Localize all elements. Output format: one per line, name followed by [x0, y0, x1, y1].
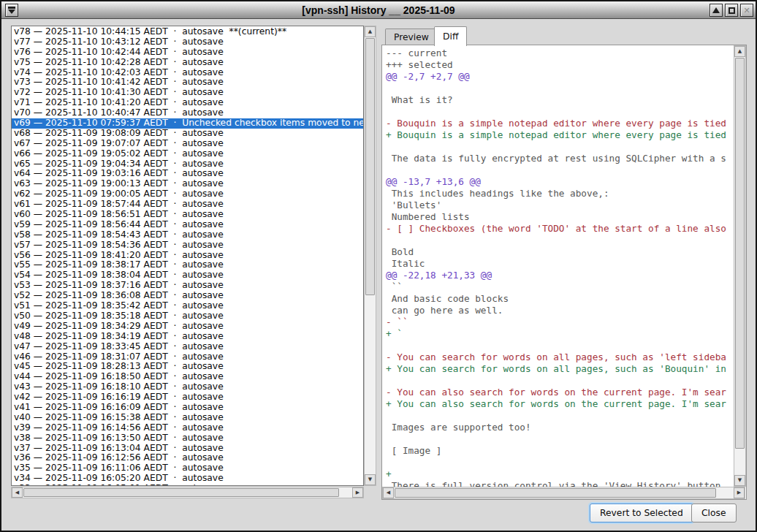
close-window-button[interactable]: ✕ — [740, 4, 753, 17]
version-row[interactable]: v49 — 2025-11-09 18:34:29 AEDT · autosav… — [12, 322, 363, 332]
diff-line: Numbered lists — [386, 211, 733, 223]
diff-line: +++ selected — [386, 59, 733, 71]
version-row[interactable]: v63 — 2025-11-09 19:00:13 AEDT · autosav… — [12, 179, 363, 189]
version-row[interactable]: v44 — 2025-11-09 16:18:50 AEDT · autosav… — [12, 372, 363, 382]
diff-line — [386, 457, 733, 468]
revert-to-selected-button[interactable]: Revert to Selected — [590, 503, 693, 522]
version-row[interactable]: v45 — 2025-11-09 18:28:13 AEDT · autosav… — [12, 362, 363, 372]
window-menu-button[interactable] — [5, 4, 18, 17]
history-list-hscrollbar[interactable]: ◀ ▶ — [11, 487, 364, 498]
version-row[interactable]: v35 — 2025-11-09 16:11:06 AEDT · autosav… — [12, 463, 363, 474]
scroll-up-icon[interactable]: ▲ — [734, 46, 745, 57]
version-row[interactable]: v73 — 2025-11-10 10:41:42 AEDT · autosav… — [12, 77, 363, 88]
diff-line: --- current — [386, 48, 733, 59]
diff-line: can go here as well. — [386, 305, 733, 316]
version-row[interactable]: v71 — 2025-11-10 10:41:20 AEDT · autosav… — [12, 98, 363, 108]
diff-line: + You can search for words on all pages,… — [386, 363, 733, 375]
maximize-icon — [729, 7, 735, 14]
tab-diff[interactable]: Diff — [434, 26, 467, 46]
maximize-window-button[interactable] — [725, 4, 738, 17]
chevron-down-icon — [8, 10, 15, 14]
version-row[interactable]: v70 — 2025-11-10 10:40:47 AEDT · autosav… — [12, 108, 363, 118]
version-row[interactable]: v60 — 2025-11-09 18:56:51 AEDT · autosav… — [12, 210, 363, 220]
version-row[interactable]: v72 — 2025-11-10 10:41:30 AEDT · autosav… — [12, 88, 363, 98]
version-row[interactable]: v57 — 2025-11-09 18:54:36 AEDT · autosav… — [12, 240, 363, 251]
scroll-left-icon[interactable]: ◀ — [383, 487, 394, 498]
version-row[interactable]: v36 — 2025-11-09 16:12:56 AEDT · autosav… — [12, 453, 363, 463]
version-row[interactable]: v38 — 2025-11-09 16:13:50 AEDT · autosav… — [12, 433, 363, 444]
window-menu-icon — [8, 7, 15, 9]
diff-line: + ` — [386, 328, 733, 340]
version-row[interactable]: v67 — 2025-11-09 19:07:07 AEDT · autosav… — [12, 139, 363, 149]
diff-line: - Bouquin is a simple notepad editor whe… — [386, 118, 733, 129]
version-row[interactable]: v52 — 2025-11-09 18:36:08 AEDT · autosav… — [12, 291, 363, 301]
version-row[interactable]: v50 — 2025-11-09 18:35:18 AEDT · autosav… — [12, 311, 363, 322]
diff-line: Bold — [386, 246, 733, 258]
scroll-down-icon[interactable]: ▼ — [365, 474, 376, 485]
shade-window-button[interactable] — [710, 4, 723, 17]
version-row[interactable]: v56 — 2025-11-09 18:41:20 AEDT · autosav… — [12, 251, 363, 261]
version-row[interactable]: v47 — 2025-11-09 18:33:45 AEDT · autosav… — [12, 342, 363, 352]
version-row[interactable]: v58 — 2025-11-09 18:54:43 AEDT · autosav… — [12, 230, 363, 240]
version-row[interactable]: v42 — 2025-11-09 16:16:19 AEDT · autosav… — [12, 392, 363, 403]
version-row[interactable]: v59 — 2025-11-09 18:56:44 AEDT · autosav… — [12, 220, 363, 230]
diff-line: The data is fully encrypted at rest usin… — [386, 153, 733, 164]
version-row[interactable]: v39 — 2025-11-09 16:14:56 AEDT · autosav… — [12, 423, 363, 433]
version-row[interactable]: v46 — 2025-11-09 18:31:07 AEDT · autosav… — [12, 352, 363, 362]
close-dialog-button[interactable]: Close — [691, 503, 737, 522]
version-row[interactable]: v54 — 2025-11-09 18:38:04 AEDT · autosav… — [12, 270, 363, 281]
window-title: [vpn-ssh] History __ 2025-11-09 — [1, 1, 756, 19]
scroll-left-icon[interactable]: ◀ — [12, 487, 23, 498]
version-row[interactable]: v34 — 2025-11-09 16:05:20 AEDT · autosav… — [12, 474, 363, 484]
history-list-hscroll-thumb[interactable] — [23, 488, 339, 497]
tab-preview[interactable]: Preview — [385, 28, 438, 45]
diff-hscroll-thumb[interactable] — [395, 488, 716, 498]
diff-line: + Bouquin is a simple notepad editor whe… — [386, 129, 733, 141]
diff-vscroll-thumb[interactable] — [735, 58, 745, 449]
version-row[interactable]: v65 — 2025-11-09 19:04:34 AEDT · autosav… — [12, 159, 363, 170]
diff-line: - `` — [386, 316, 733, 328]
version-row[interactable]: v66 — 2025-11-09 19:05:02 AEDT · autosav… — [12, 149, 363, 159]
diff-vscrollbar[interactable]: ▲ ▼ — [734, 45, 746, 487]
diff-line: @@ -2,7 +2,7 @@ — [386, 71, 733, 83]
diff-line: @@ -13,7 +13,6 @@ — [386, 176, 733, 188]
version-row[interactable]: v48 — 2025-11-09 18:34:19 AEDT · autosav… — [12, 332, 363, 342]
version-row[interactable]: v75 — 2025-11-10 10:42:28 AEDT · autosav… — [12, 58, 363, 68]
version-row[interactable]: v33 — 2025-11-09 16:05:01 AEDT · autosav… — [12, 484, 363, 486]
history-list-vscrollbar[interactable]: ▲ ▼ — [364, 26, 376, 486]
diff-hscrollbar[interactable]: ◀ ▶ — [382, 487, 745, 499]
version-row[interactable]: v74 — 2025-11-10 10:42:03 AEDT · autosav… — [12, 68, 363, 78]
scroll-right-icon[interactable]: ▶ — [352, 487, 363, 498]
diff-line: - You can search for words on all pages,… — [386, 352, 733, 363]
version-history-list[interactable]: v78 — 2025-11-10 10:44:15 AEDT · autosav… — [11, 26, 364, 486]
version-row[interactable]: v78 — 2025-11-10 10:44:15 AEDT · autosav… — [12, 27, 363, 37]
version-row[interactable]: v76 — 2025-11-10 10:42:44 AEDT · autosav… — [12, 48, 363, 58]
version-row[interactable]: v61 — 2025-11-09 18:57:44 AEDT · autosav… — [12, 200, 363, 210]
diff-line: [ Image ] — [386, 445, 733, 457]
version-row[interactable]: v41 — 2025-11-09 16:16:09 AEDT · autosav… — [12, 403, 363, 413]
diff-line — [386, 141, 733, 153]
scroll-right-icon[interactable]: ▶ — [734, 487, 745, 498]
history-list-vscroll-thumb[interactable] — [365, 38, 375, 295]
diff-line: What is it? — [386, 94, 733, 106]
diff-panel: --- current+++ selected@@ -2,7 +2,7 @@ W… — [381, 45, 747, 500]
version-row[interactable]: v37 — 2025-11-09 16:13:04 AEDT · autosav… — [12, 444, 363, 454]
version-row[interactable]: v64 — 2025-11-09 19:03:16 AEDT · autosav… — [12, 169, 363, 179]
version-row[interactable]: v77 — 2025-11-10 10:43:12 AEDT · autosav… — [12, 37, 363, 48]
version-row[interactable]: v68 — 2025-11-09 19:08:09 AEDT · autosav… — [12, 129, 363, 139]
version-row[interactable]: v69 — 2025-11-10 07:59:37 AEDT · Uncheck… — [12, 118, 363, 129]
version-row[interactable]: v53 — 2025-11-09 18:37:16 AEDT · autosav… — [12, 281, 363, 291]
diff-text-area[interactable]: --- current+++ selected@@ -2,7 +2,7 @@ W… — [382, 45, 733, 487]
version-row[interactable]: v40 — 2025-11-09 16:15:38 AEDT · autosav… — [12, 413, 363, 423]
scroll-down-icon[interactable]: ▼ — [734, 475, 745, 486]
version-row[interactable]: v43 — 2025-11-09 16:18:10 AEDT · autosav… — [12, 382, 363, 392]
version-row[interactable]: v62 — 2025-11-09 19:00:05 AEDT · autosav… — [12, 189, 363, 200]
diff-line — [386, 235, 733, 246]
diff-line: + You can also search for words on the c… — [386, 398, 733, 410]
diff-line — [386, 410, 733, 422]
diff-line: Italic — [386, 258, 733, 270]
version-row[interactable]: v55 — 2025-11-09 18:38:17 AEDT · autosav… — [12, 260, 363, 270]
diff-line — [386, 375, 733, 387]
version-row[interactable]: v51 — 2025-11-09 18:35:42 AEDT · autosav… — [12, 301, 363, 311]
scroll-up-icon[interactable]: ▲ — [365, 26, 376, 37]
